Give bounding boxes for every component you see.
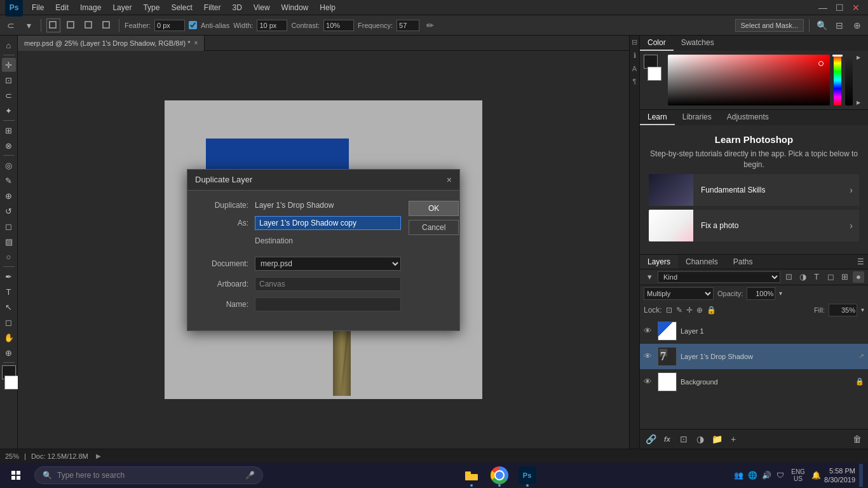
menu-filter[interactable]: Filter	[199, 2, 226, 13]
lock-artboard-icon[interactable]: ⊕	[696, 306, 703, 315]
canvas-tab-close[interactable]: ×	[194, 39, 198, 46]
menu-view[interactable]: View	[248, 2, 275, 13]
menu-layer[interactable]: Layer	[107, 2, 137, 13]
as-input[interactable]	[255, 216, 401, 230]
layer-row-dropshadow[interactable]: 👁 7 Layer 1's Drop Shadow ↗	[640, 344, 868, 369]
ok-button[interactable]: OK	[409, 201, 459, 216]
dialog-close-button[interactable]: ×	[447, 175, 452, 185]
document-select[interactable]: merp.psd	[255, 257, 401, 271]
layer1-visibility-icon[interactable]: 👁	[644, 326, 654, 336]
brush-tool[interactable]: ✎	[2, 173, 16, 187]
cancel-button[interactable]: Cancel	[409, 220, 459, 235]
gradient-tool[interactable]: ▨	[2, 234, 16, 248]
blend-mode-select[interactable]: Multiply	[644, 287, 714, 300]
maximize-button[interactable]: ☐	[832, 1, 846, 15]
frequency-input[interactable]	[397, 20, 419, 31]
text-tool[interactable]: T	[2, 285, 16, 299]
filter-adj-icon[interactable]: ◑	[797, 271, 808, 283]
clone-stamp-tool[interactable]: ⊕	[2, 189, 16, 203]
adjustment-button[interactable]: ◑	[693, 432, 707, 446]
color-arrow-down[interactable]: ▶	[857, 100, 864, 105]
dodge-tool[interactable]: ○	[2, 250, 16, 264]
menu-3d[interactable]: 3D	[227, 2, 247, 13]
filter-kind-select[interactable]: Kind	[658, 271, 780, 283]
background-color[interactable]	[4, 376, 18, 390]
menu-edit[interactable]: Edit	[50, 2, 74, 13]
lock-brush-icon[interactable]: ✎	[676, 306, 682, 315]
fx-button[interactable]: fx	[660, 432, 674, 446]
lasso-tool-icon[interactable]: ⊂	[4, 18, 18, 32]
layers-tab[interactable]: Layers	[640, 255, 678, 269]
alpha-slider[interactable]	[845, 55, 853, 105]
tutorial-fixphoto[interactable]: Fix a photo ›	[649, 210, 859, 241]
contrast-input[interactable]	[323, 20, 354, 31]
select-mask-button[interactable]: Select and Mask...	[735, 19, 804, 32]
menu-help[interactable]: Help	[315, 2, 341, 13]
lock-all-icon[interactable]: 🔒	[707, 306, 716, 315]
filter-active-icon[interactable]: ●	[853, 271, 864, 283]
menu-select[interactable]: Select	[166, 2, 197, 13]
filter-smart-icon[interactable]: ⊞	[839, 271, 850, 283]
magic-wand-tool[interactable]: ✦	[2, 104, 16, 118]
security-icon[interactable]: 🛡	[775, 470, 786, 481]
color-tab[interactable]: Color	[640, 36, 674, 51]
color-picker-gradient[interactable]	[668, 55, 830, 105]
dropshadow-visibility-icon[interactable]: 👁	[644, 351, 654, 361]
canvas-tab[interactable]: merp.psd @ 25% (Layer 1's Drop Shadow, R…	[18, 36, 205, 51]
minimize-button[interactable]: —	[816, 1, 830, 15]
opacity-arrow[interactable]: ▾	[779, 290, 782, 297]
lock-checker-icon[interactable]: ⊡	[666, 306, 672, 315]
path-select-tool[interactable]: ↖	[2, 300, 16, 314]
close-button[interactable]: ✕	[849, 1, 863, 15]
name-input[interactable]	[255, 297, 401, 311]
swatches-tab[interactable]: Swatches	[674, 36, 722, 51]
shape-tool[interactable]: ◻	[2, 315, 16, 329]
opacity-input[interactable]	[747, 287, 775, 300]
adjustments-tab[interactable]: Adjustments	[719, 110, 776, 125]
libraries-tab[interactable]: Libraries	[675, 110, 719, 125]
color-arrow-up[interactable]: ▶	[857, 55, 864, 60]
status-arrow[interactable]: ▶	[96, 452, 101, 459]
network-icon[interactable]: 🌐	[747, 470, 758, 481]
filter-kind-icon[interactable]: ▾	[644, 271, 655, 283]
search-bar[interactable]: 🔍 Type here to search 🎤	[34, 466, 263, 484]
info-icon[interactable]: ℹ	[634, 51, 636, 60]
pen-tool[interactable]: ✒	[2, 269, 16, 283]
history-icon[interactable]: ⊟	[632, 38, 637, 46]
feather-input[interactable]	[154, 20, 185, 31]
people-icon[interactable]: 👥	[733, 470, 744, 481]
background-visibility-icon[interactable]: 👁	[644, 377, 654, 386]
type-icon[interactable]: A	[632, 65, 637, 72]
layers-panel-menu-icon[interactable]: ☰	[857, 257, 864, 266]
time-display[interactable]: 5:58 PM 8/30/2019	[824, 466, 855, 485]
taskbar-file-explorer[interactable]	[459, 463, 484, 488]
intersect-mode-icon[interactable]	[82, 18, 96, 32]
taskbar-photoshop[interactable]: Ps	[515, 463, 540, 488]
width-input[interactable]	[257, 20, 287, 31]
search-toolbar-icon[interactable]: 🔍	[815, 18, 829, 32]
filter-shape-icon[interactable]: ◻	[825, 271, 836, 283]
filter-type-icon[interactable]: T	[811, 271, 822, 283]
layer-row-background[interactable]: 👁 Background 🔒	[640, 369, 868, 395]
share-icon[interactable]: ⊕	[850, 18, 864, 32]
new-layer-button[interactable]: +	[726, 432, 740, 446]
link-layers-button[interactable]: 🔗	[644, 432, 658, 446]
bg-color-swatch[interactable]	[648, 67, 661, 81]
eraser-tool[interactable]: ◻	[2, 219, 16, 233]
fill-arrow[interactable]: ▾	[861, 306, 864, 313]
lasso-tool[interactable]: ⊂	[2, 88, 16, 102]
paragraph-icon[interactable]: ¶	[633, 78, 637, 85]
lock-position-icon[interactable]: ✛	[686, 306, 693, 315]
notification-icon[interactable]: 🔔	[810, 470, 822, 481]
layer-row-layer1[interactable]: 👁 Layer 1	[640, 318, 868, 344]
arrange-icon[interactable]: ⊟	[832, 18, 846, 32]
add-mask-button[interactable]: ⊡	[677, 432, 691, 446]
home-tool[interactable]: ⌂	[2, 38, 16, 52]
delete-layer-button[interactable]: 🗑	[850, 432, 864, 446]
history-brush-tool[interactable]: ↺	[2, 204, 16, 218]
spot-heal-tool[interactable]: ◎	[2, 158, 16, 172]
stylus-icon[interactable]: ✏	[423, 18, 437, 32]
taskbar-chrome[interactable]	[487, 463, 512, 488]
filter-pixel-icon[interactable]: ⊡	[783, 271, 794, 283]
subtract-mode-icon[interactable]	[64, 18, 78, 32]
